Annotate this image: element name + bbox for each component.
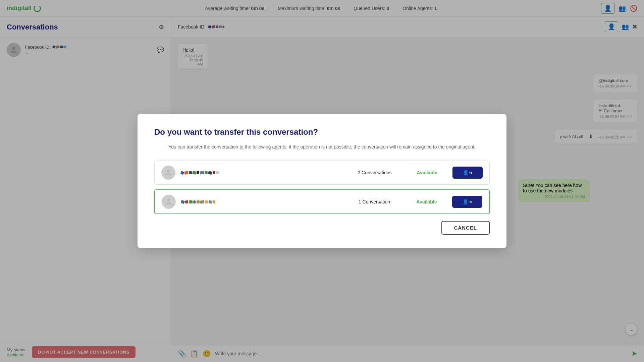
transfer-dialog: Do you want to transfer this conversatio…	[138, 114, 506, 248]
svg-point-1	[167, 170, 170, 173]
agent-1-name	[181, 171, 342, 174]
agent-2-conversations: 1 Conversation	[347, 199, 401, 204]
svg-point-2	[167, 199, 170, 202]
agent-row-2: 1 Conversation Available 👤➜	[154, 189, 490, 214]
dialog-title: Do you want to transfer this conversatio…	[154, 127, 490, 137]
dialog-description: You can transfer the conversation to the…	[154, 143, 490, 150]
agent-2-avatar	[162, 195, 176, 209]
agent-1-status: Available	[407, 170, 447, 175]
transfer-icon-2: 👤➜	[463, 199, 472, 204]
agent-row-1: 2 Conversations Available 👤➜	[154, 161, 490, 185]
transfer-icon: 👤➜	[463, 170, 473, 175]
agent-2-status: Available	[407, 199, 447, 204]
agent-1-transfer-button[interactable]: 👤➜	[452, 167, 483, 179]
dialog-footer: CANCEL	[154, 221, 490, 235]
agent-1-conversations: 2 Conversations	[348, 170, 401, 175]
agent-2-name	[181, 200, 342, 203]
cancel-button[interactable]: CANCEL	[441, 221, 490, 235]
agent-2-transfer-button[interactable]: 👤➜	[452, 196, 482, 208]
modal-overlay: Do you want to transfer this conversatio…	[0, 0, 644, 362]
agent-1-avatar	[161, 166, 175, 180]
